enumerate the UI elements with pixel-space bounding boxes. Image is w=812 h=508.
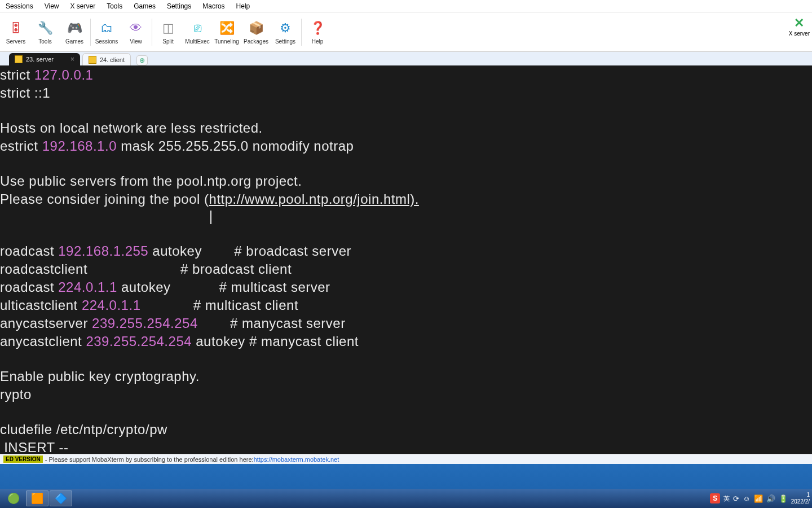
signal-icon[interactable]: 📶 — [754, 494, 763, 503]
footer-link[interactable]: https://mobaxterm.mobatek.net — [254, 456, 339, 463]
menu-help[interactable]: Help — [231, 1, 256, 11]
version-badge: ED VERSION — [3, 456, 43, 463]
tab-label: 24. client — [100, 56, 125, 63]
toolbar-help[interactable]: ❓Help — [303, 15, 332, 49]
new-tab-button[interactable]: ⊕ — [136, 55, 148, 65]
ime-icon[interactable]: S — [710, 493, 720, 503]
session-tabs: 23. server × 24. client ⊕ — [0, 52, 812, 65]
help-icon: ❓ — [308, 19, 326, 37]
menu-macros[interactable]: Macros — [197, 1, 230, 11]
pool-ntp-link[interactable]: http://www.pool.ntp.org/join.html). — [209, 191, 419, 207]
wrench-icon — [89, 56, 96, 64]
face-icon[interactable]: ☺ — [743, 494, 750, 503]
text-cursor — [210, 211, 211, 224]
toolbar-servers[interactable]: 🎛Servers — [1, 15, 30, 49]
menu-sessions[interactable]: Sessions — [0, 1, 39, 11]
toolbar-tools[interactable]: 🔧Tools — [30, 15, 60, 49]
sessions-icon: 🗂 — [98, 19, 116, 37]
menu-games[interactable]: Games — [128, 1, 161, 11]
wrench-icon — [15, 55, 23, 63]
menu-settings[interactable]: Settings — [161, 1, 197, 11]
packages-icon: 📦 — [247, 19, 265, 37]
taskbar-clock[interactable]: 1 2022/2/ — [791, 492, 810, 505]
tab-server[interactable]: 23. server × — [9, 53, 80, 65]
windows-taskbar: 🟢 🟧 🔷 S 英 ⟳ ☺ 📶 🔊 🔋 1 2022/2/ — [0, 489, 812, 508]
toolbar: 🎛Servers 🔧Tools 🎮Games 🗂Sessions 👁View ◫… — [0, 12, 812, 52]
toolbar-multiexec[interactable]: ⎚MultiExec — [183, 15, 212, 49]
toolbar-sessions[interactable]: 🗂Sessions — [92, 15, 121, 49]
servers-icon: 🎛 — [7, 19, 25, 37]
toolbar-games[interactable]: 🎮Games — [60, 15, 89, 49]
menu-view[interactable]: View — [39, 1, 65, 11]
volume-icon[interactable]: 🔊 — [766, 494, 775, 503]
view-icon: 👁 — [127, 19, 145, 37]
menu-bar: Sessions View X server Tools Games Setti… — [0, 0, 812, 12]
system-tray: S 英 ⟳ ☺ 📶 🔊 🔋 1 2022/2/ — [710, 489, 810, 508]
games-icon: 🎮 — [65, 19, 83, 37]
terminal[interactable]: strict 127.0.0.1 strict ::1 Hosts on loc… — [0, 65, 812, 454]
sync-icon[interactable]: ⟳ — [733, 494, 739, 503]
multiexec-icon: ⎚ — [188, 19, 206, 37]
xserver-icon: ✕ — [794, 16, 804, 30]
close-icon[interactable]: × — [70, 55, 74, 63]
toolbar-xserver-indicator[interactable]: ✕ X server — [789, 16, 810, 37]
toolbar-tunneling[interactable]: 🔀Tunneling — [212, 15, 241, 49]
menu-tools[interactable]: Tools — [101, 1, 128, 11]
toolbar-separator — [301, 19, 302, 46]
tools-icon: 🔧 — [36, 19, 54, 37]
toolbar-separator — [90, 19, 91, 46]
toolbar-packages[interactable]: 📦Packages — [241, 15, 271, 49]
tab-label: 23. server — [26, 56, 54, 63]
tab-client[interactable]: 24. client — [82, 53, 131, 65]
tunneling-icon: 🔀 — [218, 19, 236, 37]
taskbar-app-browser[interactable]: 🟢 — [2, 491, 25, 506]
toolbar-view[interactable]: 👁View — [121, 15, 151, 49]
footer-bar: ED VERSION - Please support MobaXterm by… — [0, 454, 812, 464]
ime-language[interactable]: 英 — [723, 494, 730, 503]
taskbar-app-vm[interactable]: 🟧 — [26, 491, 48, 506]
taskbar-app-mobaxterm[interactable]: 🔷 — [50, 491, 72, 506]
toolbar-settings[interactable]: ⚙Settings — [271, 15, 300, 49]
split-icon: ◫ — [159, 19, 177, 37]
toolbar-split[interactable]: ◫Split — [153, 15, 183, 49]
footer-text: - Please support MobaXterm by subscribin… — [45, 456, 254, 463]
menu-xserver[interactable]: X server — [65, 1, 102, 11]
battery-icon[interactable]: 🔋 — [779, 494, 788, 503]
settings-icon: ⚙ — [276, 19, 294, 37]
toolbar-separator — [152, 19, 152, 46]
